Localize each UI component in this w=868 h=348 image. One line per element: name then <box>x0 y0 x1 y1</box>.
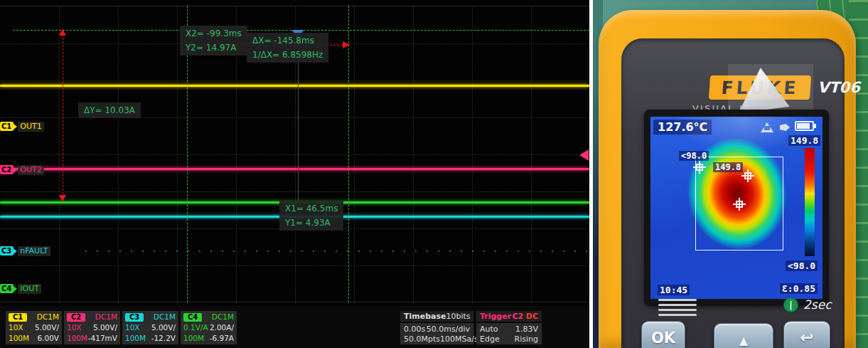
trigger-title: Trigger <box>480 312 511 321</box>
timebase-panel[interactable]: Timebase 10bits 0.00s 50.0ms/div 50.0Mpt… <box>400 311 473 344</box>
channel-label: nFAULT <box>18 246 50 256</box>
cursor-readout-dx: ΔX= -145.8ms 1/ΔX= 6.8598Hz <box>247 33 328 63</box>
center-crosshair-icon <box>733 198 746 211</box>
channel-badge: C3 <box>125 313 144 322</box>
trigger-type: Edge <box>480 334 500 344</box>
channel-badge: C1 <box>9 313 27 322</box>
trigger-coupling: DC <box>526 312 538 321</box>
cold-spot-label: <98.0 <box>679 151 709 161</box>
channel-marker-c2[interactable]: C2 OUT2 <box>0 164 44 175</box>
model-label: VT06 <box>818 79 860 96</box>
channel-coupling: DC1M <box>95 312 117 322</box>
delta-x-arrow-right-icon <box>343 41 350 48</box>
timebase-scale: 50.0ms/div <box>427 325 470 334</box>
timebase-sample-rate: 100MSa/s <box>440 334 478 344</box>
trigger-mode: Auto <box>480 325 498 334</box>
screenshot-stage: X2= -99.3ms Y2= 14.97A ΔX= -145.8ms 1/ΔX… <box>0 0 868 348</box>
grid-line <box>0 154 589 155</box>
channel-probe: 10X <box>125 323 140 332</box>
cursor-dy-value: ΔY= 10.03A <box>84 103 135 117</box>
cold-spot-crosshair-icon <box>693 161 706 174</box>
grid-line <box>0 191 589 192</box>
thermometer-photo: FLUKE VT06 VISUAL IR THERMOMETER 127.6°C… <box>593 0 868 348</box>
channel-offset: -12.2V <box>151 334 176 343</box>
ok-button[interactable]: OK <box>641 321 685 348</box>
hot-spot-crosshair-icon <box>741 169 754 182</box>
cursor-inv-dx-value: 1/ΔX= 6.8598Hz <box>252 48 323 62</box>
channel-marker-arrow-icon <box>14 124 17 130</box>
delta-y-arrow-down-icon <box>59 195 66 202</box>
channel-badge: C2 <box>67 313 85 322</box>
channel-probe: 10X <box>9 323 23 332</box>
cursor-y2-line[interactable] <box>13 30 589 31</box>
cursor-readout-x2y2: X2= -99.3ms Y2= 14.97A <box>180 26 247 56</box>
thermal-display: 127.6°C 149.8 <98.0 <98.0 149.8 10:45 Ɛ:… <box>650 117 823 299</box>
channel-scale: 5.00V/ <box>35 323 59 332</box>
channel-badge: C2 <box>0 165 14 174</box>
clock-readout: 10:45 <box>658 285 690 295</box>
cursor-x2-value: X2= -99.3ms <box>186 26 242 41</box>
cursor-readout-x1y1: X1= 46.5ms Y1= 4.93A <box>279 201 343 231</box>
channel-offset: -417mV <box>88 334 117 343</box>
power-indicator-icon: | <box>783 297 798 312</box>
channel-bandwidth: 100M <box>183 334 204 343</box>
scale-max-label: 149.8 <box>788 135 820 146</box>
timebase-delay: 0.00s <box>404 325 425 334</box>
channel-info-c2[interactable]: C2 DC1M 10X 5.00V/ 100M -417mV <box>64 311 120 344</box>
back-button[interactable]: ↩ <box>783 321 830 348</box>
power-hold-hint: 2sec <box>803 297 831 312</box>
trigger-level-arrow-icon[interactable] <box>579 149 589 161</box>
channel-marker-c1[interactable]: C1 OUT1 <box>0 121 44 132</box>
cursor-readout-dy: ΔY= 10.03A <box>78 102 141 118</box>
delta-y-arrow-line[interactable] <box>63 34 63 198</box>
channel-scale: 5.00V/ <box>151 323 176 332</box>
channel-offset: 6.00V <box>37 334 59 343</box>
emissivity-readout: Ɛ:0.85 <box>780 283 818 294</box>
battery-icon <box>795 121 814 131</box>
menu-icon <box>658 299 697 319</box>
timebase-resolution: 10bits <box>446 312 471 321</box>
channel-badge: C3 <box>0 246 14 255</box>
vt06-front-panel: FLUKE VT06 VISUAL IR THERMOMETER 127.6°C… <box>621 38 845 348</box>
up-button[interactable]: ▲ <box>714 323 773 348</box>
channel-probe: 10X <box>67 323 82 332</box>
oscilloscope-screen: X2= -99.3ms Y2= 14.97A ΔX= -145.8ms 1/ΔX… <box>0 0 589 348</box>
cursor-y2-value: Y2= 14.97A <box>186 41 242 55</box>
delta-y-arrow-up-icon <box>59 28 66 36</box>
channel-bandwidth: 100M <box>9 334 29 343</box>
hot-spot-label: 149.8 <box>713 162 743 172</box>
alarm-icon <box>761 122 773 132</box>
channel-info-c4[interactable]: C4 DC1M 0.1V/A 2.00A/ 100M -6.97A <box>181 311 237 344</box>
laser-icon <box>780 124 790 131</box>
channel-coupling: DC1M <box>37 312 59 322</box>
timebase-memory: 50.0Mpts <box>404 334 440 344</box>
cursor-dx-value: ΔX= -145.8ms <box>252 33 323 48</box>
trigger-slope: Rising <box>515 334 538 344</box>
cursor-y1-value: Y1= 4.93A <box>285 216 338 230</box>
channel-coupling: DC1M <box>154 312 176 322</box>
channel-probe: 0.1V/A <box>183 323 208 332</box>
scale-min-label: <98.0 <box>786 260 818 271</box>
channel-badge: C4 <box>183 313 202 322</box>
waveform-c2 <box>0 168 589 170</box>
trigger-panel[interactable]: Trigger C2 DC Auto 1.83V Edge Rising <box>476 311 542 344</box>
waveform-c1 <box>0 85 589 87</box>
channel-info-c1[interactable]: C1 DC1M 10X 5.00V/ 100M 6.00V <box>6 311 62 344</box>
grid-line <box>0 265 589 266</box>
waveform-c3-glitch-dots <box>85 251 589 252</box>
channel-info-c3[interactable]: C3 DC1M 10X 5.00V/ 100M -12.2V <box>122 311 178 344</box>
channel-badge: C4 <box>0 284 14 293</box>
grid-line <box>0 80 589 81</box>
channel-marker-c4[interactable]: C4 IOUT <box>0 283 41 294</box>
channel-badge: C1 <box>0 122 14 131</box>
status-bar: C1 DC1M 10X 5.00V/ 100M 6.00V C2 DC1M <box>0 306 589 348</box>
channel-bandwidth: 100M <box>125 334 146 343</box>
channel-marker-c3[interactable]: C3 nFAULT <box>0 246 50 256</box>
channel-coupling: DC1M <box>212 312 234 322</box>
trigger-level: 1.83V <box>515 325 538 334</box>
channel-label: OUT2 <box>18 165 43 175</box>
channel-marker-arrow-icon <box>14 167 17 173</box>
channel-bandwidth: 100M <box>67 334 87 343</box>
cursor-x1-line[interactable] <box>348 6 349 302</box>
channel-offset: -6.97A <box>210 334 234 343</box>
